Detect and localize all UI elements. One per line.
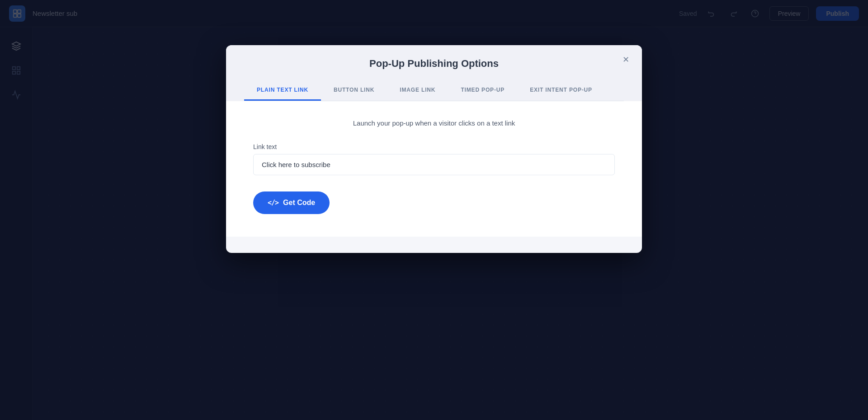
modal: Pop-Up Publishing Options ✕ PLAIN TEXT L… <box>226 45 642 253</box>
modal-title: Pop-Up Publishing Options <box>244 58 624 80</box>
tab-exit-intent[interactable]: EXIT INTENT POP-UP <box>517 80 605 101</box>
modal-description: Launch your pop-up when a visitor clicks… <box>253 119 615 127</box>
code-icon: </> <box>268 199 278 207</box>
tab-timed-popup[interactable]: TIMED POP-UP <box>448 80 517 101</box>
get-code-label: Get Code <box>283 199 315 207</box>
link-text-field: Link text <box>253 143 615 175</box>
modal-close-button[interactable]: ✕ <box>619 53 632 66</box>
modal-tabs: PLAIN TEXT LINK BUTTON LINK IMAGE LINK T… <box>244 80 624 101</box>
link-text-label: Link text <box>253 143 615 150</box>
modal-body: Launch your pop-up when a visitor clicks… <box>226 101 642 237</box>
link-text-input[interactable] <box>253 154 615 175</box>
modal-overlay: Pop-Up Publishing Options ✕ PLAIN TEXT L… <box>0 0 868 420</box>
get-code-button[interactable]: </> Get Code <box>253 191 330 214</box>
modal-header: Pop-Up Publishing Options ✕ PLAIN TEXT L… <box>226 45 642 101</box>
tab-image-link[interactable]: IMAGE LINK <box>387 80 448 101</box>
tab-button-link[interactable]: BUTTON LINK <box>321 80 387 101</box>
tab-plain-text-link[interactable]: PLAIN TEXT LINK <box>244 80 321 101</box>
